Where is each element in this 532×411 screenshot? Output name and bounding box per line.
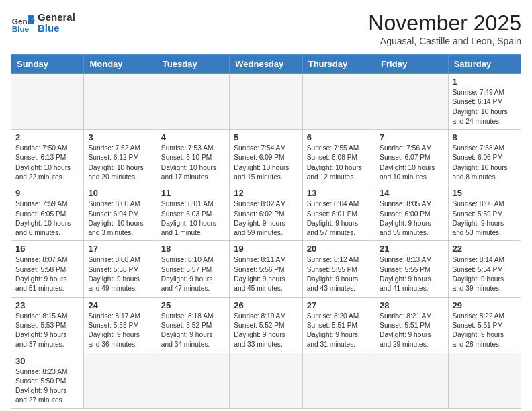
day-number: 11 [161, 188, 225, 198]
column-header-wednesday: Wednesday [230, 55, 302, 74]
day-info: Sunrise: 7:52 AM Sunset: 6:12 PM Dayligh… [88, 144, 152, 182]
week-row-1: 1Sunrise: 7:49 AM Sunset: 6:14 PM Daylig… [11, 74, 521, 130]
day-number: 5 [234, 132, 298, 142]
day-number: 23 [15, 300, 79, 310]
day-info: Sunrise: 8:07 AM Sunset: 5:58 PM Dayligh… [15, 255, 79, 293]
day-info: Sunrise: 7:58 AM Sunset: 6:06 PM Dayligh… [453, 144, 517, 182]
calendar-cell: 25Sunrise: 8:18 AM Sunset: 5:52 PM Dayli… [157, 297, 229, 353]
calendar-cell: 15Sunrise: 8:06 AM Sunset: 5:59 PM Dayli… [448, 185, 521, 241]
calendar-cell: 6Sunrise: 7:55 AM Sunset: 6:08 PM Daylig… [302, 130, 375, 185]
month-title: November 2025 [368, 11, 521, 36]
day-info: Sunrise: 7:54 AM Sunset: 6:09 PM Dayligh… [234, 144, 298, 182]
calendar-cell: 22Sunrise: 8:14 AM Sunset: 5:54 PM Dayli… [448, 241, 521, 297]
day-info: Sunrise: 8:17 AM Sunset: 5:53 PM Dayligh… [88, 312, 152, 350]
calendar-cell: 1Sunrise: 7:49 AM Sunset: 6:14 PM Daylig… [448, 74, 521, 130]
calendar-cell: 16Sunrise: 8:07 AM Sunset: 5:58 PM Dayli… [11, 241, 84, 297]
day-number: 22 [453, 244, 517, 254]
day-number: 20 [307, 244, 371, 254]
calendar-cell: 3Sunrise: 7:52 AM Sunset: 6:12 PM Daylig… [84, 130, 157, 185]
day-info: Sunrise: 8:01 AM Sunset: 6:03 PM Dayligh… [161, 199, 225, 238]
day-info: Sunrise: 7:55 AM Sunset: 6:08 PM Dayligh… [307, 144, 371, 182]
day-number: 26 [234, 300, 298, 310]
day-info: Sunrise: 8:18 AM Sunset: 5:52 PM Dayligh… [161, 312, 225, 350]
column-header-monday: Monday [84, 55, 157, 74]
day-info: Sunrise: 8:02 AM Sunset: 6:02 PM Dayligh… [234, 199, 298, 238]
day-info: Sunrise: 8:00 AM Sunset: 6:04 PM Dayligh… [88, 199, 152, 238]
day-info: Sunrise: 8:12 AM Sunset: 5:55 PM Dayligh… [307, 255, 371, 293]
day-info: Sunrise: 8:13 AM Sunset: 5:55 PM Dayligh… [380, 255, 443, 293]
calendar-cell: 23Sunrise: 8:15 AM Sunset: 5:53 PM Dayli… [11, 297, 84, 353]
calendar-cell: 12Sunrise: 8:02 AM Sunset: 6:02 PM Dayli… [230, 185, 302, 241]
calendar-cell: 4Sunrise: 7:53 AM Sunset: 6:10 PM Daylig… [157, 130, 229, 185]
day-number: 9 [15, 188, 79, 198]
day-number: 19 [234, 244, 298, 254]
day-info: Sunrise: 8:10 AM Sunset: 5:57 PM Dayligh… [161, 255, 225, 293]
calendar-cell: 29Sunrise: 8:22 AM Sunset: 5:51 PM Dayli… [448, 297, 521, 353]
day-number: 17 [88, 244, 152, 254]
column-header-tuesday: Tuesday [157, 55, 229, 74]
day-info: Sunrise: 8:23 AM Sunset: 5:50 PM Dayligh… [15, 367, 79, 406]
day-number: 14 [380, 188, 443, 198]
day-info: Sunrise: 7:53 AM Sunset: 6:10 PM Dayligh… [161, 144, 225, 182]
calendar-cell [375, 74, 448, 130]
calendar-cell: 30Sunrise: 8:23 AM Sunset: 5:50 PM Dayli… [11, 353, 84, 408]
day-number: 8 [453, 132, 517, 142]
day-info: Sunrise: 8:04 AM Sunset: 6:01 PM Dayligh… [307, 199, 371, 238]
calendar-cell: 26Sunrise: 8:19 AM Sunset: 5:52 PM Dayli… [230, 297, 302, 353]
calendar-cell: 2Sunrise: 7:50 AM Sunset: 6:13 PM Daylig… [11, 130, 84, 185]
day-info: Sunrise: 8:14 AM Sunset: 5:54 PM Dayligh… [453, 255, 517, 293]
calendar-cell [157, 74, 229, 130]
day-info: Sunrise: 7:49 AM Sunset: 6:14 PM Dayligh… [453, 88, 517, 126]
day-number: 7 [380, 132, 443, 142]
calendar-cell: 7Sunrise: 7:56 AM Sunset: 6:07 PM Daylig… [375, 130, 448, 185]
day-number: 3 [88, 132, 152, 142]
day-number: 25 [161, 300, 225, 310]
day-info: Sunrise: 7:59 AM Sunset: 6:05 PM Dayligh… [15, 199, 79, 238]
day-number: 21 [380, 244, 443, 254]
calendar-cell-empty [230, 353, 302, 408]
calendar-cell: 9Sunrise: 7:59 AM Sunset: 6:05 PM Daylig… [11, 185, 84, 241]
calendar-cell: 19Sunrise: 8:11 AM Sunset: 5:56 PM Dayli… [230, 241, 302, 297]
calendar-cell: 8Sunrise: 7:58 AM Sunset: 6:06 PM Daylig… [448, 130, 521, 185]
day-number: 16 [15, 244, 79, 254]
calendar-cell-empty [375, 353, 448, 408]
column-header-saturday: Saturday [448, 55, 521, 74]
day-number: 12 [234, 188, 298, 198]
logo-icon: General Blue [11, 11, 35, 35]
calendar-cell: 10Sunrise: 8:00 AM Sunset: 6:04 PM Dayli… [84, 185, 157, 241]
calendar-header-row: SundayMondayTuesdayWednesdayThursdayFrid… [11, 55, 521, 74]
logo-blue: Blue [38, 23, 75, 34]
day-number: 2 [15, 132, 79, 142]
day-number: 10 [88, 188, 152, 198]
calendar-cell: 27Sunrise: 8:20 AM Sunset: 5:51 PM Dayli… [302, 297, 375, 353]
day-info: Sunrise: 8:08 AM Sunset: 5:58 PM Dayligh… [88, 255, 152, 293]
logo-general: General [38, 12, 75, 24]
day-info: Sunrise: 8:05 AM Sunset: 6:00 PM Dayligh… [380, 199, 443, 238]
week-row-5: 23Sunrise: 8:15 AM Sunset: 5:53 PM Dayli… [11, 297, 521, 353]
day-number: 27 [307, 300, 371, 310]
day-number: 15 [453, 188, 517, 198]
day-number: 1 [453, 77, 517, 87]
page-header: General Blue General Blue November 2025 … [11, 11, 521, 46]
calendar-cell [84, 74, 157, 130]
day-number: 4 [161, 132, 225, 142]
calendar-cell: 28Sunrise: 8:21 AM Sunset: 5:51 PM Dayli… [375, 297, 448, 353]
day-info: Sunrise: 8:20 AM Sunset: 5:51 PM Dayligh… [307, 312, 371, 350]
day-number: 28 [380, 300, 443, 310]
day-info: Sunrise: 7:50 AM Sunset: 6:13 PM Dayligh… [15, 144, 79, 182]
day-info: Sunrise: 7:56 AM Sunset: 6:07 PM Dayligh… [380, 144, 443, 182]
calendar-cell-empty [157, 353, 229, 408]
calendar-table: SundayMondayTuesdayWednesdayThursdayFrid… [11, 54, 521, 409]
calendar-cell: 20Sunrise: 8:12 AM Sunset: 5:55 PM Dayli… [302, 241, 375, 297]
week-row-2: 2Sunrise: 7:50 AM Sunset: 6:13 PM Daylig… [11, 130, 521, 185]
calendar-cell: 13Sunrise: 8:04 AM Sunset: 6:01 PM Dayli… [302, 185, 375, 241]
calendar-cell: 18Sunrise: 8:10 AM Sunset: 5:57 PM Dayli… [157, 241, 229, 297]
week-row-3: 9Sunrise: 7:59 AM Sunset: 6:05 PM Daylig… [11, 185, 521, 241]
day-info: Sunrise: 8:21 AM Sunset: 5:51 PM Dayligh… [380, 312, 443, 350]
day-number: 13 [307, 188, 371, 198]
calendar-cell: 21Sunrise: 8:13 AM Sunset: 5:55 PM Dayli… [375, 241, 448, 297]
calendar-cell: 14Sunrise: 8:05 AM Sunset: 6:00 PM Dayli… [375, 185, 448, 241]
day-number: 6 [307, 132, 371, 142]
day-number: 29 [453, 300, 517, 310]
day-number: 24 [88, 300, 152, 310]
